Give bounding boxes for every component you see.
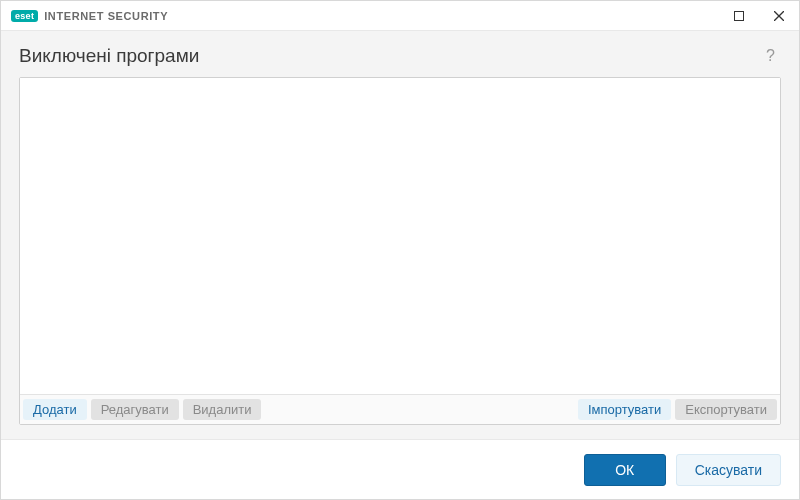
content-area: Виключені програми ? Додати Редагувати В…	[1, 31, 799, 439]
export-button: Експортувати	[675, 399, 777, 420]
panel-toolbar: Додати Редагувати Видалити Імпортувати Е…	[20, 394, 780, 424]
help-button[interactable]: ?	[760, 45, 781, 67]
maximize-icon	[734, 11, 744, 21]
ok-button[interactable]: ОК	[584, 454, 666, 486]
import-button[interactable]: Імпортувати	[578, 399, 671, 420]
app-window: eset INTERNET SECURITY Виключені програм…	[0, 0, 800, 500]
close-icon	[774, 11, 784, 21]
brand-logo: eset	[11, 10, 38, 22]
window-controls	[719, 1, 799, 31]
page-title: Виключені програми	[19, 45, 199, 67]
help-icon: ?	[766, 47, 775, 64]
dialog-footer: ОК Скасувати	[1, 439, 799, 499]
brand-text: INTERNET SECURITY	[44, 10, 168, 22]
header-row: Виключені програми ?	[19, 45, 781, 67]
maximize-button[interactable]	[719, 1, 759, 31]
cancel-button[interactable]: Скасувати	[676, 454, 781, 486]
titlebar: eset INTERNET SECURITY	[1, 1, 799, 31]
edit-button: Редагувати	[91, 399, 179, 420]
toolbar-spacer	[265, 399, 573, 420]
delete-button: Видалити	[183, 399, 262, 420]
svg-rect-0	[735, 11, 744, 20]
close-button[interactable]	[759, 1, 799, 31]
excluded-apps-list[interactable]	[20, 78, 780, 394]
add-button[interactable]: Додати	[23, 399, 87, 420]
excluded-apps-panel: Додати Редагувати Видалити Імпортувати Е…	[19, 77, 781, 425]
